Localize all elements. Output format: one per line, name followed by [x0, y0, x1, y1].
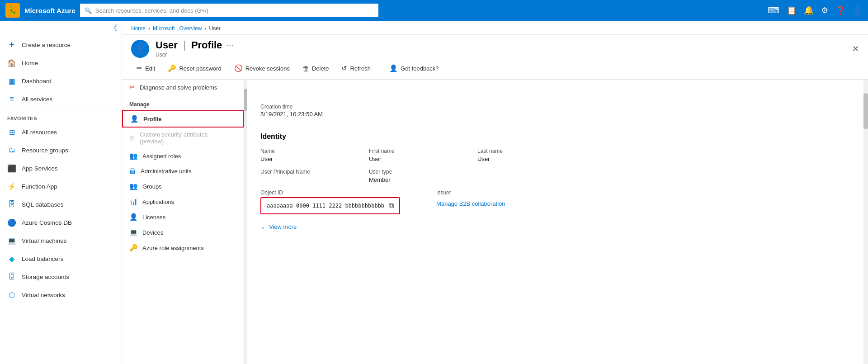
first-name-label: First name — [369, 148, 450, 154]
object-id-label: Object ID — [260, 189, 400, 196]
sidebar-label-dashboard: Dashboard — [22, 78, 52, 85]
virtual-machines-icon: 💻 — [7, 236, 16, 245]
identity-row-3: Object ID aaaaaaaa-0000-1111-2222-bbbbbb… — [260, 189, 850, 214]
main-layout: 《 + Create a resource 🏠 Home ▦ Dashboard… — [0, 21, 868, 364]
content-area: Home › Microsoft | Overview › User 👤 Use… — [122, 21, 868, 364]
key-icon: 🔑 — [168, 64, 176, 72]
inner-nav-item-groups[interactable]: 👥 Groups — [122, 179, 244, 194]
notification-icon[interactable]: 🔔 — [804, 5, 814, 15]
all-resources-icon: ⊞ — [7, 128, 16, 137]
sidebar-item-virtual-networks[interactable]: ⬡ Virtual networks — [0, 286, 122, 304]
toolbar: ✏ Edit 🔑 Reset password 🚫 Revoke session… — [131, 58, 859, 79]
sidebar-label-sql-databases: SQL databases — [22, 201, 64, 208]
sidebar-item-all-services[interactable]: ≡ All services — [0, 90, 122, 108]
settings-icon[interactable]: ⚙ — [821, 5, 828, 15]
inner-nav-item-admin-units[interactable]: 🏛 Administrative units — [122, 164, 244, 179]
last-name-col: Last name User — [477, 148, 559, 162]
user-type-col: User type Member — [369, 169, 450, 183]
inner-nav-item-azure-role-assignments[interactable]: 🔑 Azure role assignments — [122, 240, 244, 255]
delete-button[interactable]: 🗑 Delete — [297, 62, 335, 75]
object-id-box: aaaaaaaa-0000-1111-2222-bbbbbbbbbbbb ⧉ — [260, 197, 400, 214]
search-bar[interactable]: 🔍 Search resources, services, and docs (… — [80, 4, 378, 17]
edit-button[interactable]: ✏ Edit — [131, 61, 160, 75]
breadcrumb-overview[interactable]: Microsoft | Overview — [153, 25, 202, 32]
page-title-block: User | Profile ··· User — [156, 39, 233, 58]
sidebar-item-all-resources[interactable]: ⊞ All resources — [0, 123, 122, 141]
manage-b2b-link[interactable]: Manage B2B collaboration — [436, 200, 505, 207]
profile-icon: 👤 — [130, 115, 139, 123]
inner-nav-item-applications[interactable]: 📊 Applications — [122, 194, 244, 209]
account-icon[interactable]: 👤 — [853, 5, 863, 15]
sidebar-item-create-resource[interactable]: + Create a resource — [0, 36, 122, 54]
object-id-value: aaaaaaaa-0000-1111-2222-bbbbbbbbbbbb — [267, 203, 384, 209]
inner-nav: ✂ Diagnose and solve problems Manage 👤 P… — [122, 80, 244, 364]
create-resource-icon: + — [7, 40, 16, 49]
sidebar-label-cosmos-db: Azure Cosmos DB — [22, 219, 72, 226]
azure-role-icon: 🔑 — [129, 244, 138, 252]
user-type-label: User type — [369, 169, 450, 175]
app-services-icon: ⬛ — [7, 164, 16, 173]
sidebar-collapse-btn[interactable]: 《 — [0, 21, 122, 36]
inner-nav-item-custom-security: ⊞ Custom security attributes(preview) — [122, 128, 244, 148]
sidebar-item-cosmos-db[interactable]: 🔵 Azure Cosmos DB — [0, 213, 122, 232]
feedback-btn-icon: 👤 — [389, 64, 398, 72]
copy-icon[interactable]: ⧉ — [389, 202, 394, 210]
sidebar-item-app-services[interactable]: ⬛ App Services — [0, 159, 122, 177]
close-button[interactable]: ✕ — [852, 44, 859, 54]
cosmos-db-icon: 🔵 — [7, 218, 16, 227]
home-icon: 🏠 — [7, 58, 16, 67]
favorites-section-label: FAVORITES — [0, 112, 122, 123]
feedback-icon[interactable]: 📋 — [787, 5, 797, 15]
inner-nav-item-diagnose[interactable]: ✂ Diagnose and solve problems — [122, 80, 244, 95]
sidebar-label-virtual-networks: Virtual networks — [22, 292, 65, 298]
name-col: Name User — [260, 148, 342, 162]
inner-nav-item-assigned-roles[interactable]: 👥 Assigned roles — [122, 148, 244, 164]
breadcrumb-current: User — [209, 25, 220, 32]
sidebar-item-resource-groups[interactable]: 🗂 Resource groups — [0, 141, 122, 159]
sidebar-item-virtual-machines[interactable]: 💻 Virtual machines — [0, 232, 122, 250]
inner-nav-item-profile[interactable]: 👤 Profile — [122, 110, 244, 128]
refresh-button[interactable]: ↺ Refresh — [336, 61, 376, 75]
page-title-row: 👤 User | Profile ··· User ✕ — [131, 39, 859, 58]
view-more-label: View more — [269, 223, 297, 230]
inner-nav-item-licenses[interactable]: 👤 Licenses — [122, 209, 244, 225]
reset-password-button[interactable]: 🔑 Reset password — [162, 61, 226, 75]
breadcrumb: Home › Microsoft | Overview › User — [122, 21, 868, 35]
feedback-button[interactable]: 👤 Got feedback? — [384, 61, 444, 75]
sidebar-label-app-services: App Services — [22, 165, 58, 172]
function-app-icon: ⚡ — [7, 182, 16, 191]
load-balancers-icon: ◆ — [7, 254, 16, 263]
identity-row-1: Name User First name User Last name User — [260, 148, 850, 162]
sidebar-item-dashboard[interactable]: ▦ Dashboard — [0, 72, 122, 90]
name-label: Name — [260, 148, 342, 154]
sidebar-item-storage-accounts[interactable]: 🗄 Storage accounts — [0, 268, 122, 286]
search-placeholder: Search resources, services, and docs (G+… — [95, 7, 208, 14]
sidebar-item-sql-databases[interactable]: 🗄 SQL databases — [0, 195, 122, 213]
breadcrumb-home[interactable]: Home — [131, 25, 146, 32]
inner-nav-item-devices[interactable]: 💻 Devices — [122, 225, 244, 240]
first-name-value: User — [369, 156, 450, 162]
sidebar-item-load-balancers[interactable]: ◆ Load balancers — [0, 250, 122, 268]
licenses-icon: 👤 — [129, 213, 138, 221]
page-menu-btn[interactable]: ··· — [226, 41, 233, 50]
sidebar-item-function-app[interactable]: ⚡ Function App — [0, 177, 122, 195]
sidebar-item-home[interactable]: 🏠 Home — [0, 54, 122, 72]
revoke-sessions-button[interactable]: 🚫 Revoke sessions — [229, 61, 295, 75]
sidebar-label-load-balancers: Load balancers — [22, 255, 63, 262]
view-more-row[interactable]: ⌄ View more — [260, 223, 850, 230]
sidebar-label-function-app: Function App — [22, 183, 57, 190]
devices-icon: 💻 — [129, 228, 138, 236]
page-user-label: User — [156, 52, 233, 58]
edit-icon: ✏ — [137, 64, 142, 72]
help-icon[interactable]: ❓ — [835, 5, 845, 15]
sidebar-label-all-resources: All resources — [22, 129, 57, 136]
page-header: 👤 User | Profile ··· User ✕ ✏ Edit — [122, 35, 868, 80]
all-services-icon: ≡ — [7, 95, 16, 104]
terminal-icon[interactable]: ⌨ — [768, 5, 779, 15]
delete-icon: 🗑 — [302, 65, 309, 72]
virtual-networks-icon: ⬡ — [7, 290, 16, 299]
sidebar-label-all-services: All services — [22, 96, 52, 103]
sidebar-label-create-resource: Create a resource — [22, 42, 71, 48]
breadcrumb-sep-2: › — [204, 25, 206, 32]
sidebar-label-storage-accounts: Storage accounts — [22, 274, 69, 280]
